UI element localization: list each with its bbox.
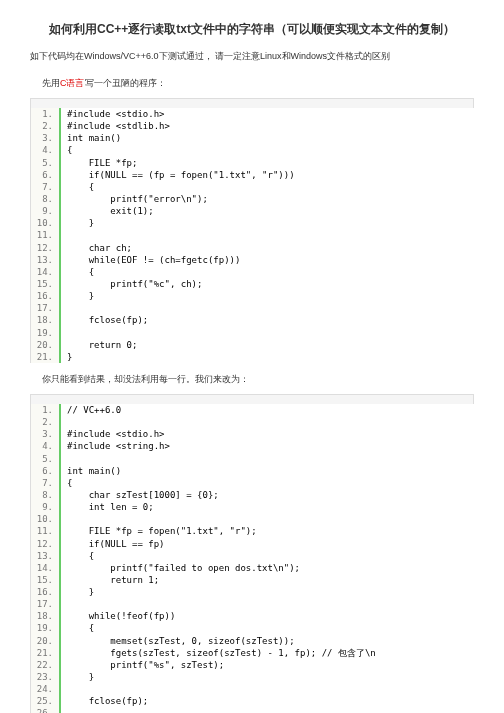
line-number: 7.: [31, 477, 59, 489]
line-number: 13.: [31, 254, 59, 266]
para1-pre: 先用: [42, 78, 60, 88]
code-line: 12. char ch;: [31, 242, 474, 254]
line-code: }: [59, 586, 474, 598]
line-code: }: [59, 290, 474, 302]
code-line: 24.: [31, 683, 474, 695]
code-line: 20. memset(szTest, 0, sizeof(szTest));: [31, 635, 474, 647]
line-number: 20.: [31, 635, 59, 647]
code-line: 20. return 0;: [31, 339, 474, 351]
line-number: 10.: [31, 513, 59, 525]
code-line: 21.}: [31, 351, 474, 363]
line-code: printf("failed to open dos.txt\n");: [59, 562, 474, 574]
line-number: 1.: [31, 404, 59, 416]
code-line: 15. return 1;: [31, 574, 474, 586]
line-code: }: [59, 671, 474, 683]
line-code: fclose(fp);: [59, 314, 474, 326]
line-code: {: [59, 266, 474, 278]
code-line: 7. {: [31, 181, 474, 193]
code-line: 3.#include <stdio.h>: [31, 428, 474, 440]
line-number: 24.: [31, 683, 59, 695]
line-number: 2.: [31, 120, 59, 132]
code-line: 6.int main(): [31, 465, 474, 477]
code-line: 11. FILE *fp = fopen("1.txt", "r");: [31, 525, 474, 537]
line-code: printf("%c", ch);: [59, 278, 474, 290]
code-line: 18. while(!feof(fp)): [31, 610, 474, 622]
line-number: 4.: [31, 440, 59, 452]
line-code: FILE *fp;: [59, 157, 474, 169]
line-code: #include <stdlib.h>: [59, 120, 474, 132]
line-number: 12.: [31, 538, 59, 550]
line-number: 7.: [31, 181, 59, 193]
code-line: 9. int len = 0;: [31, 501, 474, 513]
code-line: 16. }: [31, 586, 474, 598]
line-number: 25.: [31, 695, 59, 707]
code-line: 21. fgets(szTest, sizeof(szTest) - 1, fp…: [31, 647, 474, 659]
line-number: 14.: [31, 562, 59, 574]
line-number: 17.: [31, 302, 59, 314]
line-code: {: [59, 477, 474, 489]
line-code: [59, 229, 474, 241]
line-number: 19.: [31, 327, 59, 339]
code-line: 5.: [31, 453, 474, 465]
line-number: 22.: [31, 659, 59, 671]
line-code: FILE *fp = fopen("1.txt", "r");: [59, 525, 474, 537]
code-line: 14. printf("failed to open dos.txt\n");: [31, 562, 474, 574]
line-number: 12.: [31, 242, 59, 254]
line-number: 8.: [31, 193, 59, 205]
line-code: exit(1);: [59, 205, 474, 217]
code-line: 1.// VC++6.0: [31, 404, 474, 416]
code-line: 17.: [31, 302, 474, 314]
code-line: 5. FILE *fp;: [31, 157, 474, 169]
code-header-2: [30, 394, 474, 404]
line-number: 17.: [31, 598, 59, 610]
code-line: 9. exit(1);: [31, 205, 474, 217]
code-line: 2.#include <stdlib.h>: [31, 120, 474, 132]
code-line: 13. while(EOF != (ch=fgetc(fp))): [31, 254, 474, 266]
line-number: 13.: [31, 550, 59, 562]
line-number: 15.: [31, 278, 59, 290]
line-code: [59, 416, 474, 428]
code-line: 10.: [31, 513, 474, 525]
line-code: // VC++6.0: [59, 404, 474, 416]
code-line: 19.: [31, 327, 474, 339]
line-number: 11.: [31, 525, 59, 537]
para1-red-text: C语言: [60, 78, 85, 88]
line-number: 10.: [31, 217, 59, 229]
line-code: }: [59, 351, 474, 363]
line-code: {: [59, 144, 474, 156]
code-line: 14. {: [31, 266, 474, 278]
code-line: 17.: [31, 598, 474, 610]
line-code: if(NULL == fp): [59, 538, 474, 550]
line-number: 4.: [31, 144, 59, 156]
line-code: #include <stdio.h>: [59, 108, 474, 120]
code-line: 26.: [31, 707, 474, 713]
line-code: fclose(fp);: [59, 695, 474, 707]
para1-post: 写一个丑陋的程序：: [85, 78, 166, 88]
line-number: 5.: [31, 453, 59, 465]
code-line: 23. }: [31, 671, 474, 683]
line-number: 2.: [31, 416, 59, 428]
code-block-1: 1.#include <stdio.h>2.#include <stdlib.h…: [30, 98, 474, 363]
line-number: 3.: [31, 428, 59, 440]
line-number: 26.: [31, 707, 59, 713]
code-line: 4.#include <string.h>: [31, 440, 474, 452]
code-line: 2.: [31, 416, 474, 428]
code-line: 11.: [31, 229, 474, 241]
line-number: 15.: [31, 574, 59, 586]
line-code: [59, 683, 474, 695]
line-code: [59, 327, 474, 339]
code-line: 6. if(NULL == (fp = fopen("1.txt", "r"))…: [31, 169, 474, 181]
line-code: return 1;: [59, 574, 474, 586]
line-number: 23.: [31, 671, 59, 683]
page-title: 如何利用CC++逐行读取txt文件中的字符串（可以顺便实现文本文件的复制）: [30, 20, 474, 38]
line-number: 3.: [31, 132, 59, 144]
code-body-2: 1.// VC++6.02.3.#include <stdio.h>4.#inc…: [30, 404, 474, 713]
line-number: 9.: [31, 501, 59, 513]
code-header-1: [30, 98, 474, 108]
line-code: {: [59, 622, 474, 634]
code-line: 12. if(NULL == fp): [31, 538, 474, 550]
code-line: 8. char szTest[1000] = {0};: [31, 489, 474, 501]
line-code: int main(): [59, 465, 474, 477]
line-number: 16.: [31, 586, 59, 598]
line-code: int len = 0;: [59, 501, 474, 513]
